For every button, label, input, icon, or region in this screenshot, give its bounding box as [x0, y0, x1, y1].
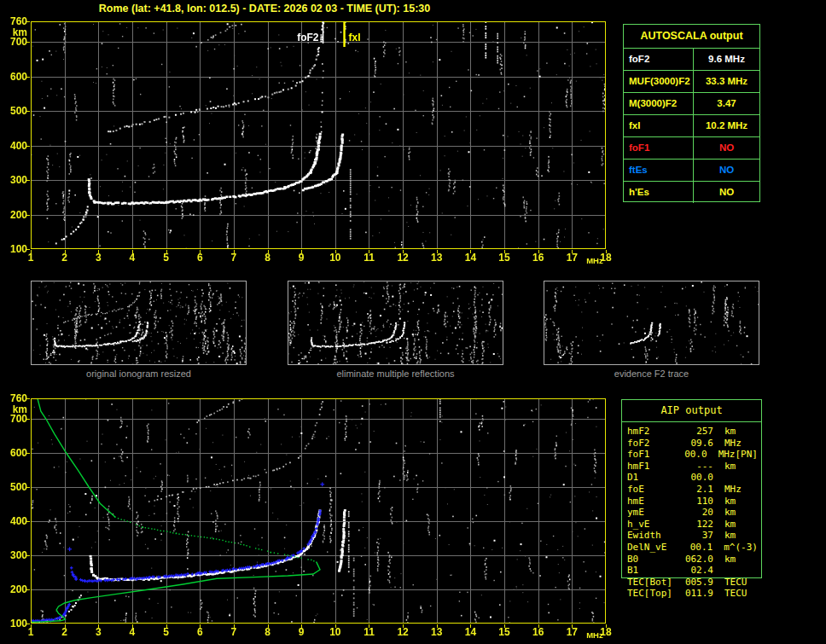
aip-value: ---: [674, 461, 713, 473]
aip-unit: TECU: [713, 577, 747, 589]
aip-value: 00.1: [674, 542, 713, 554]
x-axis-tick-label: 13: [426, 252, 448, 264]
aip-unit: [713, 472, 724, 484]
autoscala-row-value: NO: [694, 160, 759, 181]
thumbnail-evidence-canvas: [544, 281, 759, 364]
aip-label: ymE: [621, 507, 674, 519]
aip-row: hmF2257km: [621, 426, 762, 438]
thumbnail-original-canvas: [32, 281, 246, 364]
aip-row: Ewidth37km: [621, 530, 762, 542]
aip-row: TEC[Top]011.9TECU: [621, 588, 762, 600]
aip-label: foE: [621, 484, 674, 496]
y-axis-tick-label: 200: [0, 584, 27, 595]
aip-note: [758, 542, 762, 554]
aip-label: D1: [621, 472, 674, 484]
aip-row: ymE20km: [621, 507, 762, 519]
aip-unit: km: [713, 530, 736, 542]
x-axis-tick-label: 11: [358, 627, 380, 638]
page-title: Rome (lat: +41.8, lon: 012.5) - DATE: 20…: [75, 3, 454, 15]
y-axis-tick-label: 200: [0, 210, 27, 221]
x-axis-tick-label: 7: [223, 252, 245, 264]
autoscala-row: foF29.6 MHz: [624, 48, 759, 70]
autoscala-row-value: 33.3 MHz: [694, 71, 759, 92]
aip-note: [758, 438, 762, 450]
aip-table-rows: hmF2257kmfoF209.6MHzfoF100.0MHz[PN]hmF1-…: [621, 426, 762, 600]
x-axis-tick-label: 9: [290, 252, 312, 264]
aip-unit: km: [713, 507, 736, 519]
aip-note: [758, 507, 762, 519]
aip-label: foF1: [621, 449, 671, 461]
x-axis-tick-label: 3: [87, 627, 109, 638]
aip-unit: km: [713, 461, 736, 473]
aip-label: h_vE: [621, 519, 674, 531]
aip-value: 09.6: [674, 438, 713, 450]
aip-value: 122: [674, 519, 713, 531]
x-axis-tick-label: 14: [459, 627, 481, 638]
autoscala-row-label: fxI: [624, 115, 694, 136]
x-axis-tick-label: 6: [189, 627, 211, 638]
aip-row: foE2.1MHz: [621, 484, 762, 496]
x-axis-tick-label: 2: [54, 252, 76, 264]
aip-value: 37: [674, 530, 713, 542]
autoscala-row-value: 9.6 MHz: [694, 49, 759, 70]
autoscala-row-value: 3.47: [694, 93, 759, 114]
aip-note: [758, 577, 762, 589]
aip-unit: MHz: [713, 484, 742, 496]
thumbnail-caption-evidence: evidence F2 trace: [544, 368, 759, 379]
autoscala-row: MUF(3000)F233.3 MHz: [624, 70, 759, 92]
autoscala-row-value: NO: [694, 137, 759, 159]
aip-label: Ewidth: [621, 530, 674, 542]
aip-label: B0: [621, 554, 674, 566]
y-axis-unit-label: km: [0, 27, 27, 38]
aip-row: D100.0: [621, 472, 762, 484]
y-axis-tick-label: 300: [0, 550, 27, 561]
thumbnail-eliminate-canvas: [288, 281, 503, 364]
x-axis-unit-label: MHz: [585, 631, 605, 640]
aip-unit: [713, 565, 724, 577]
x-axis-tick-label: 10: [324, 627, 346, 638]
x-axis-tick-label: 16: [527, 627, 550, 638]
x-axis-tick-label: 12: [392, 627, 414, 638]
fxi-marker-label: fxI: [349, 32, 361, 44]
x-axis-tick-label: 5: [155, 252, 177, 264]
profile-plot-canvas: [26, 393, 611, 630]
aip-row: hmE110km: [621, 496, 762, 508]
x-axis-tick-label: 7: [223, 627, 245, 638]
aip-unit: km: [713, 554, 736, 566]
x-axis-tick-label: 13: [426, 627, 448, 638]
aip-value: 062.0: [674, 554, 713, 566]
autoscala-table-rows: foF29.6 MHzMUF(3000)F233.3 MHzM(3000)F23…: [624, 48, 759, 203]
aip-label: B1: [621, 565, 674, 577]
autoscala-row-value: NO: [694, 182, 759, 203]
aip-value: 005.9: [674, 577, 713, 589]
autoscala-table-title: AUTOSCALA output: [624, 25, 759, 48]
aip-label: foF2: [621, 438, 674, 450]
autoscala-row-label: h'Es: [624, 182, 694, 203]
x-axis-tick-label: 17: [561, 252, 583, 264]
x-axis-tick-label: 16: [527, 252, 550, 264]
aip-value: 257: [674, 426, 713, 438]
autoscala-output-table: AUTOSCALA output foF29.6 MHzMUF(3000)F23…: [623, 24, 760, 202]
aip-unit: MHz: [713, 438, 742, 450]
thumbnail-caption-eliminate: eliminate multiple reflections: [288, 368, 503, 379]
aip-note: [758, 484, 762, 496]
autoscala-row-label: M(3000)F2: [624, 93, 694, 114]
thumbnail-caption-original: original ionogram resized: [31, 368, 247, 379]
x-axis-tick-label: 8: [257, 252, 279, 264]
main-ionogram-canvas: [26, 16, 611, 256]
autoscala-row: fxI10.2 MHz: [624, 114, 759, 136]
aip-note: [758, 496, 762, 508]
aip-row: h_vE122km: [621, 519, 762, 531]
aip-row: foF209.6MHz: [621, 438, 762, 450]
aip-unit: km: [713, 426, 736, 438]
x-axis-unit-label: MHz: [585, 257, 605, 265]
y-axis-tick-label: 400: [0, 141, 27, 152]
aip-value: 20: [674, 507, 713, 519]
aip-value: 00.0: [671, 449, 707, 461]
aip-value: 00.0: [674, 472, 713, 484]
aip-label: DelN_vE: [621, 542, 674, 554]
autoscala-row: ftEsNO: [624, 159, 759, 181]
autoscala-row-label: foF1: [624, 137, 694, 159]
x-axis-tick-label: 1: [20, 252, 42, 264]
thumbnail-original-ionogram: [31, 281, 247, 365]
